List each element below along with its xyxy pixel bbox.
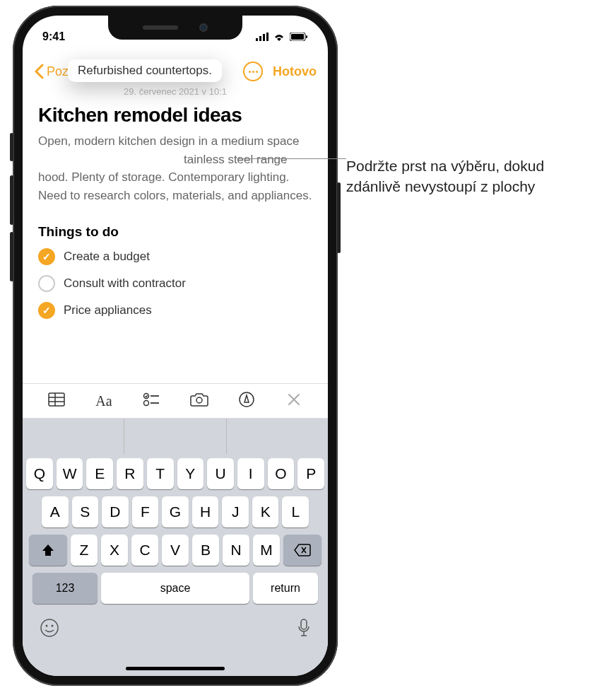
key-o[interactable]: O [268, 458, 295, 489]
backspace-key[interactable] [283, 535, 321, 566]
done-button[interactable]: Hotovo [273, 64, 317, 79]
key-m[interactable]: M [253, 535, 280, 566]
table-icon[interactable] [46, 392, 67, 410]
return-key[interactable]: return [253, 573, 318, 604]
markup-icon[interactable] [236, 392, 257, 411]
shift-icon [41, 543, 55, 557]
svg-point-19 [52, 625, 54, 627]
key-c[interactable]: C [131, 535, 158, 566]
key-j[interactable]: J [222, 496, 249, 527]
mute-switch [10, 133, 13, 161]
checkbox-checked-icon[interactable] [38, 302, 55, 319]
status-time: 9:41 [42, 30, 65, 43]
note-timestamp: 29. červenec 2021 v 10:1 [38, 86, 312, 97]
svg-rect-20 [301, 619, 307, 629]
numbers-key[interactable]: 123 [33, 573, 98, 604]
keyboard-bottom-row [23, 615, 328, 643]
status-icons [256, 33, 308, 41]
side-button [337, 182, 341, 253]
key-e[interactable]: E [86, 458, 113, 489]
wifi-icon [273, 33, 285, 41]
key-t[interactable]: T [147, 458, 174, 489]
backspace-icon [294, 544, 311, 556]
lifted-selection[interactable]: Refurbished countertops. [68, 59, 222, 82]
todo-label[interactable]: Create a budget [64, 250, 150, 264]
checkbox-empty-icon[interactable] [38, 275, 55, 292]
svg-rect-5 [291, 34, 304, 40]
key-r[interactable]: R [117, 458, 143, 489]
section-heading[interactable]: Things to do [38, 224, 312, 240]
note-title[interactable]: Kitchen remodel ideas [38, 104, 312, 127]
key-a[interactable]: A [42, 496, 69, 527]
checklist-icon[interactable] [141, 392, 162, 410]
svg-rect-3 [266, 33, 269, 41]
key-n[interactable]: N [223, 535, 249, 566]
key-h[interactable]: H [192, 496, 219, 527]
key-d[interactable]: D [102, 496, 129, 527]
key-z[interactable]: Z [71, 535, 98, 566]
checkbox-checked-icon[interactable] [38, 248, 55, 265]
key-g[interactable]: G [162, 496, 189, 527]
svg-rect-2 [263, 34, 265, 41]
prediction-bar[interactable] [23, 419, 328, 454]
key-y[interactable]: Y [177, 458, 204, 489]
key-row-2: A S D F G H J K L [26, 496, 324, 527]
todo-row[interactable]: Price appliances [38, 302, 312, 319]
iphone-frame: 9:41 Poznámky Hotovo 29. červenec 2021 v… [13, 6, 338, 686]
key-s[interactable]: S [72, 496, 99, 527]
svg-rect-7 [49, 393, 64, 406]
svg-rect-6 [306, 35, 307, 38]
key-row-1: Q W E R T Y U I O P [26, 458, 324, 489]
svg-point-15 [196, 397, 202, 403]
todo-row[interactable]: Consult with contractor [38, 275, 312, 292]
key-x[interactable]: X [101, 535, 128, 566]
callout-text: Podržte prst na výběru, dokud zdánlivě n… [346, 156, 579, 197]
todo-label[interactable]: Consult with contractor [64, 276, 186, 291]
battery-icon [290, 33, 308, 41]
key-q[interactable]: Q [26, 458, 53, 489]
camera-icon[interactable] [189, 392, 210, 410]
note-body[interactable]: Open, modern kitchen design in a medium … [38, 132, 312, 204]
key-row-3: Z X C V B N M [26, 535, 324, 566]
close-icon[interactable] [283, 393, 305, 409]
svg-rect-0 [256, 38, 258, 41]
screen: 9:41 Poznámky Hotovo 29. červenec 2021 v… [23, 16, 328, 676]
format-toolbar: Aa [23, 383, 328, 419]
svg-point-11 [144, 393, 149, 398]
emoji-icon[interactable] [40, 618, 59, 643]
more-button[interactable] [243, 62, 263, 81]
dictation-icon[interactable] [297, 618, 311, 643]
key-v[interactable]: V [162, 535, 189, 566]
key-f[interactable]: F [132, 496, 159, 527]
chevron-left-icon [34, 64, 44, 79]
key-u[interactable]: U [207, 458, 234, 489]
keyboard: Q W E R T Y U I O P A S D F G H [23, 419, 328, 676]
callout-leader-line [237, 158, 346, 159]
svg-rect-1 [259, 36, 261, 41]
note-content[interactable]: 29. červenec 2021 v 10:1 Kitchen remodel… [23, 86, 328, 329]
key-w[interactable]: W [57, 458, 83, 489]
key-row-4: 123 space return [26, 573, 324, 604]
text-format-icon[interactable]: Aa [93, 393, 114, 409]
key-b[interactable]: B [192, 535, 219, 566]
notch [108, 16, 242, 40]
ellipsis-icon [249, 71, 258, 73]
shift-key[interactable] [29, 535, 67, 566]
volume-up [10, 175, 13, 225]
space-key[interactable]: space [101, 573, 249, 604]
key-k[interactable]: K [252, 496, 279, 527]
cellular-icon [256, 33, 269, 41]
svg-point-17 [41, 619, 58, 636]
volume-down [10, 232, 13, 281]
key-p[interactable]: P [297, 458, 324, 489]
key-i[interactable]: I [237, 458, 264, 489]
todo-row[interactable]: Create a budget [38, 248, 312, 265]
todo-label[interactable]: Price appliances [64, 303, 152, 317]
home-indicator[interactable] [126, 667, 225, 670]
key-l[interactable]: L [282, 496, 309, 527]
svg-point-14 [144, 400, 149, 405]
svg-point-18 [46, 625, 48, 627]
